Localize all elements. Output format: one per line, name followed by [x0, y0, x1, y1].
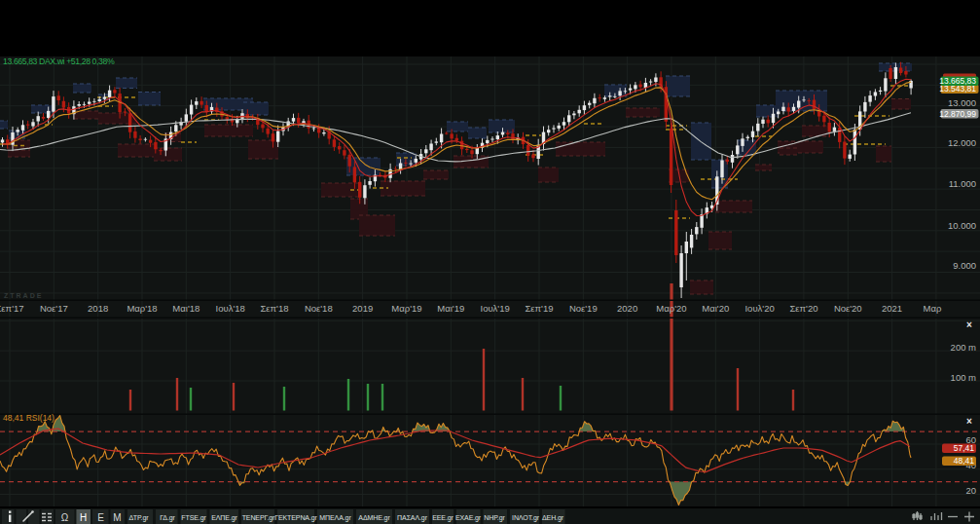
svg-text:×: × — [966, 319, 972, 330]
svg-text:Νοε'18: Νοε'18 — [305, 303, 333, 314]
svg-text:Μαρ'20: Μαρ'20 — [656, 303, 686, 314]
svg-text:2021: 2021 — [882, 303, 902, 314]
svg-text:48,41 RSI(14): 48,41 RSI(14) — [3, 413, 54, 423]
svg-text:E: E — [97, 512, 104, 523]
svg-text:57,41: 57,41 — [954, 443, 975, 453]
svg-text:Μαρ'19: Μαρ'19 — [391, 303, 421, 314]
svg-text:H: H — [80, 512, 87, 523]
svg-text:Μαρ'18: Μαρ'18 — [127, 303, 157, 314]
svg-text:M: M — [113, 512, 121, 523]
svg-text:12.000: 12.000 — [948, 137, 976, 148]
svg-text:ΓΕΚΤΕΡΝΑ.gr: ΓΕΚΤΕΡΝΑ.gr — [274, 514, 317, 522]
svg-text:FTSE.gr: FTSE.gr — [181, 514, 206, 522]
svg-text:Ιουλ'19: Ιουλ'19 — [481, 303, 510, 314]
svg-text:200 m: 200 m — [951, 342, 976, 353]
svg-text:Σεπ'18: Σεπ'18 — [260, 303, 288, 314]
svg-text:9.000: 9.000 — [953, 260, 976, 271]
svg-text:Μαι'18: Μαι'18 — [172, 303, 200, 314]
svg-text:×: × — [966, 416, 972, 427]
svg-text:Μαι'19: Μαι'19 — [437, 303, 464, 314]
svg-text:20: 20 — [965, 485, 976, 496]
svg-text:Νοε'19: Νοε'19 — [569, 303, 598, 314]
svg-text:ΕΛΠΕ.gr: ΕΛΠΕ.gr — [211, 514, 237, 522]
svg-text:Νοε'17: Νοε'17 — [40, 303, 68, 314]
svg-text:ΔΤΡ.gr: ΔΤΡ.gr — [129, 514, 150, 522]
svg-text:2020: 2020 — [617, 303, 637, 314]
svg-text:ΑΔΜΗΕ.gr: ΑΔΜΗΕ.gr — [358, 514, 390, 522]
svg-text:ΕΧΑΕ.gr: ΕΧΑΕ.gr — [455, 514, 482, 522]
svg-text:ΔΕΗ.gr: ΔΕΗ.gr — [542, 514, 564, 522]
svg-text:2019: 2019 — [352, 303, 373, 314]
svg-text:ΜΠΕΛΑ.gr: ΜΠΕΛΑ.gr — [319, 514, 351, 522]
svg-text:Σεπ'17: Σεπ'17 — [0, 303, 24, 314]
svg-text:ΤΕΝΕΡΓ.gr: ΤΕΝΕΡΓ.gr — [242, 514, 275, 522]
svg-text:ΕΕΕ.gr: ΕΕΕ.gr — [432, 514, 454, 522]
svg-text:Νοε'20: Νοε'20 — [834, 303, 862, 314]
svg-text:ΝΗΡ.gr: ΝΗΡ.gr — [484, 514, 505, 522]
svg-text:11.000: 11.000 — [949, 178, 976, 189]
svg-text:Μαι'20: Μαι'20 — [702, 303, 729, 314]
svg-text:Σεπ'19: Σεπ'19 — [525, 303, 553, 314]
svg-text:48,41: 48,41 — [954, 456, 975, 466]
svg-text:10.000: 10.000 — [948, 220, 976, 231]
svg-text:100 m: 100 m — [951, 372, 976, 383]
svg-text:ΓΔ.gr: ΓΔ.gr — [160, 514, 175, 522]
svg-text:13.665,83: 13.665,83 — [939, 76, 976, 86]
svg-text:Ιουλ'18: Ιουλ'18 — [216, 303, 245, 314]
svg-text:ΙΝΛΟΤ.gr: ΙΝΛΟΤ.gr — [512, 514, 540, 522]
svg-text:Ιουλ'20: Ιουλ'20 — [744, 303, 774, 314]
svg-text:Σεπ'20: Σεπ'20 — [789, 303, 817, 314]
svg-text:2018: 2018 — [88, 303, 108, 314]
svg-text:ΠΑΣΑΛ.gr: ΠΑΣΑΛ.gr — [397, 514, 428, 522]
svg-text:Μαρ: Μαρ — [924, 303, 942, 314]
svg-text:12.870,99: 12.870,99 — [939, 109, 976, 119]
svg-text:Ω: Ω — [61, 512, 69, 523]
svg-text:13.000: 13.000 — [948, 97, 976, 108]
svg-text:13.665,83 DAX.wi +51,28 0,38%: 13.665,83 DAX.wi +51,28 0,38% — [3, 56, 115, 66]
svg-text:ZTRADE: ZTRADE — [4, 292, 43, 299]
